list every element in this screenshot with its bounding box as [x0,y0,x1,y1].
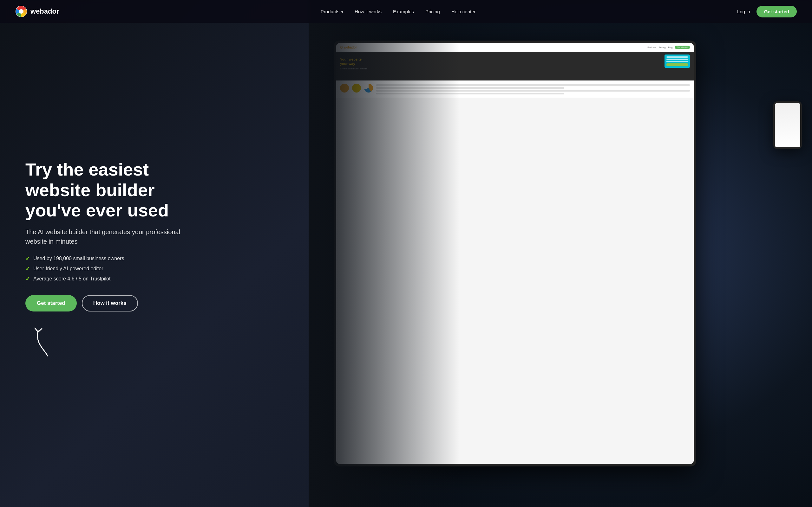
hero-feature-label-2: User-friendly AI-powered editor [33,266,103,272]
tablet-text-line-3 [376,90,690,92]
tablet-popup-line-1 [666,56,688,58]
tablet-icon-1 [340,83,349,93]
navbar: webador Products How it works Examples P… [0,0,812,23]
tablet-hero-title: Your website,your way [340,57,690,66]
tablet-nav-item-2: Pricing [659,46,665,49]
hero-features-list: ✓ Used by 198,000 small business owners … [26,255,197,282]
nav-item-how-it-works[interactable]: How it works [355,9,382,14]
hero-title: Try the easiest website builder you've e… [26,159,197,221]
logo-icon [15,5,27,17]
logo-text: webador [31,7,59,15]
svg-point-1 [19,9,23,14]
tablet-logo: ⬡ webador [340,46,357,49]
nav-right: Log in Get started [737,6,797,17]
tablet-nav-item-3: Blog [668,46,672,49]
hero-feature-label-3: Average score 4.6 / 5 on Trustpilot [33,276,110,282]
tablet-text-line-2 [376,87,564,89]
tablet-device: ⬡ webador Features Pricing Blog Get star… [334,41,696,466]
tablet-nav-item-1: Features [647,46,656,49]
tablet-popup [664,55,690,68]
nav-link-examples[interactable]: Examples [393,9,414,14]
tablet-popup-line-3 [666,61,688,62]
hero-feature-2: ✓ User-friendly AI-powered editor [26,265,197,272]
tablet-text-line-1 [376,84,690,86]
tablet-screen: ⬡ webador Features Pricing Blog Get star… [336,43,694,464]
tablet-nav: Features Pricing Blog [647,46,672,49]
hero-content: Try the easiest website builder you've e… [0,121,197,385]
hero-how-it-works-button[interactable]: How it works [82,295,138,312]
chevron-down-icon [341,9,343,14]
hero-subtitle: The AI website builder that generates yo… [26,227,197,246]
tablet-hero-sub: Create a website in minutes [340,67,690,70]
phone-device [773,101,802,149]
hero-get-started-button[interactable]: Get started [26,295,77,312]
hero-feature-label-1: Used by 198,000 small business owners [33,256,124,262]
tablet-website-header: ⬡ webador Features Pricing Blog Get star… [336,43,694,52]
hero-buttons: Get started How it works [26,295,197,312]
tablet-icon-3 [364,83,373,93]
tablet-content-area [336,80,694,98]
hero-arrow-decoration [29,321,197,360]
hero-feature-1: ✓ Used by 198,000 small business owners [26,255,197,262]
check-icon-2: ✓ [26,265,30,272]
logo-link[interactable]: webador [15,5,59,17]
tablet-cta-button: Get started [675,46,690,49]
tablet-text-line-4 [376,93,564,95]
nav-link-how-it-works[interactable]: How it works [355,9,382,14]
nav-link-products[interactable]: Products [321,9,343,14]
phone-screen [775,103,800,147]
tablet-hero-area: Your website,your way Create a website i… [336,52,694,80]
hero-section: ⬡ webador Features Pricing Blog Get star… [0,0,812,507]
tablet-popup-button [666,63,688,66]
nav-get-started-button[interactable]: Get started [757,6,797,17]
nav-link-pricing[interactable]: Pricing [425,9,440,14]
tablet-popup-line-2 [666,59,688,60]
tablet-icon-2 [352,83,361,93]
nav-item-pricing[interactable]: Pricing [425,9,440,14]
nav-item-products[interactable]: Products [321,9,343,14]
arrow-svg [29,321,60,359]
tablet-text-block [376,84,690,95]
hero-feature-3: ✓ Average score 4.6 / 5 on Trustpilot [26,275,197,282]
hero-device-scene: ⬡ webador Features Pricing Blog Get star… [309,0,812,507]
nav-item-examples[interactable]: Examples [393,9,414,14]
nav-links: Products How it works Examples Pricing H… [321,9,476,14]
nav-link-help-center[interactable]: Help center [451,9,476,14]
check-icon-3: ✓ [26,275,30,282]
nav-item-help-center[interactable]: Help center [451,9,476,14]
check-icon-1: ✓ [26,255,30,262]
login-link[interactable]: Log in [737,9,750,14]
